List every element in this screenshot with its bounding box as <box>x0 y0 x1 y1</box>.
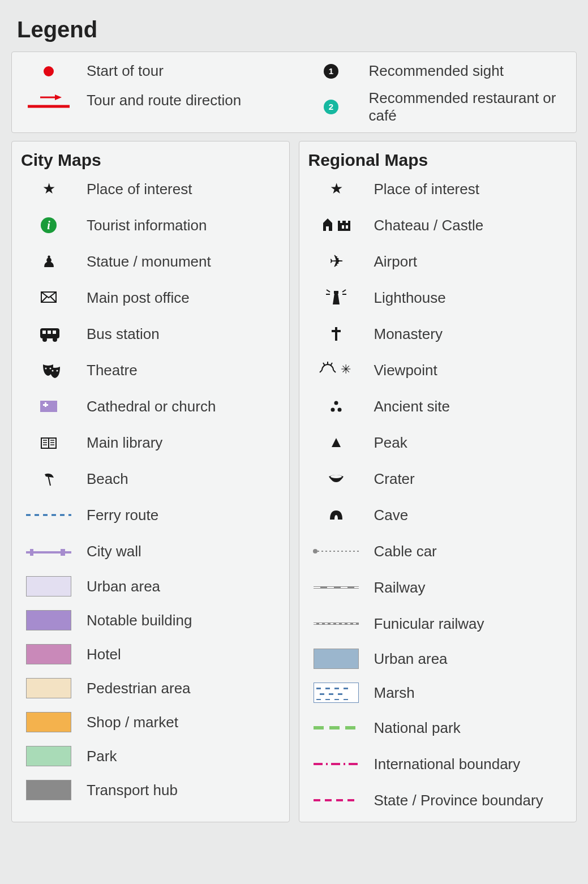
legend-row: National park <box>305 716 571 739</box>
svg-rect-25 <box>43 404 48 406</box>
legend-row: ✳Viewpoint <box>305 359 571 381</box>
svg-point-0 <box>44 66 54 76</box>
city-maps-heading: City Maps <box>21 151 280 170</box>
legend-label: Tourist information <box>87 217 207 234</box>
legend-row: Railway <box>305 576 571 599</box>
legend-row: Monastery <box>305 323 571 345</box>
natpark-icon <box>305 716 367 739</box>
legend-row: ♟Statue / monument <box>18 250 284 273</box>
num-teal-icon: 2 <box>300 96 362 118</box>
swatch <box>26 576 71 597</box>
intl-icon <box>305 753 367 775</box>
swatch <box>26 678 71 698</box>
swatch <box>26 780 71 800</box>
legend-row: Theatre <box>18 359 284 381</box>
svg-marker-62 <box>332 438 341 447</box>
svg-rect-16 <box>42 331 46 334</box>
legend-label: Hotel <box>87 646 121 663</box>
svg-text:♟: ♟ <box>42 253 56 271</box>
legend-label: Chateau / Castle <box>374 217 484 234</box>
legend-label: Recommended restaurant or café <box>369 89 571 125</box>
legend-label: Cable car <box>374 543 437 560</box>
notable-swatch <box>18 610 80 630</box>
shop-swatch <box>18 712 80 732</box>
library-icon <box>18 431 80 454</box>
ped-swatch <box>18 678 80 698</box>
legend-row: Cable car <box>305 540 571 563</box>
legend-label: Notable building <box>87 612 192 629</box>
svg-point-19 <box>45 368 47 370</box>
legend-row: Lighthouse <box>305 286 571 309</box>
legend-row: Marsh <box>305 683 571 703</box>
theatre-icon <box>18 359 80 381</box>
star-icon: ★ <box>18 178 80 200</box>
svg-text:2: 2 <box>328 102 333 111</box>
legend-row: Urban area <box>18 576 284 597</box>
legend-label: Ancient site <box>374 398 450 415</box>
legend-label: Railway <box>374 579 426 597</box>
church-icon <box>18 395 80 418</box>
monastery-icon <box>305 323 367 345</box>
swatch <box>26 644 71 664</box>
svg-point-60 <box>331 408 334 412</box>
legend-row: Transport hub <box>18 780 284 800</box>
legend-title: Legend <box>17 17 571 42</box>
svg-rect-23 <box>40 401 57 412</box>
legend-label: Main library <box>87 434 162 452</box>
svg-line-54 <box>323 363 325 366</box>
ferry-icon <box>18 504 80 526</box>
svg-point-61 <box>337 408 341 412</box>
legend-row: Cathedral or church <box>18 395 284 418</box>
svg-rect-41 <box>342 225 344 229</box>
legend-label: Viewpoint <box>374 362 437 379</box>
legend-label: Urban area <box>374 650 448 668</box>
legend-label: City wall <box>87 543 141 560</box>
state-icon <box>305 789 367 812</box>
svg-line-49 <box>342 290 346 292</box>
legend-label: Bus station <box>87 325 160 343</box>
legend-label: Place of interest <box>87 181 192 198</box>
legend-label: Funicular railway <box>374 615 484 633</box>
legend-label: Monastery <box>374 325 443 343</box>
legend-row: ✈Airport <box>305 250 571 273</box>
svg-marker-3 <box>55 95 62 100</box>
legend-label: Ferry route <box>87 507 158 524</box>
legend-label: Place of interest <box>374 181 479 198</box>
legend-label: Park <box>87 748 117 765</box>
svg-marker-39 <box>323 218 332 223</box>
legend-row: Ferry route <box>18 504 284 526</box>
legend-label: Pedestrian area <box>87 680 191 697</box>
svg-line-56 <box>331 363 332 366</box>
legend-row: City wall <box>18 540 284 563</box>
transport-swatch <box>18 780 80 800</box>
legend-row: ★Place of interest <box>18 178 284 200</box>
legend-label: Crater <box>374 470 415 488</box>
airport-icon: ✈ <box>305 250 367 273</box>
legend-row: State / Province boundary <box>305 789 571 812</box>
peak-icon <box>305 431 367 454</box>
marsh-swatch <box>305 683 367 703</box>
urban-city-swatch <box>18 576 80 597</box>
route-arrow-icon <box>18 89 80 112</box>
legend-row: Notable building <box>18 610 284 630</box>
legend-row: Ancient site <box>305 395 571 418</box>
legend-row: Main library <box>18 431 284 454</box>
legend-row: Crater <box>305 467 571 490</box>
svg-point-59 <box>334 401 338 405</box>
urban-reg-swatch <box>305 649 367 669</box>
svg-text:★: ★ <box>329 180 342 197</box>
legend-label: Urban area <box>87 578 160 595</box>
svg-rect-35 <box>30 549 33 556</box>
svg-point-14 <box>42 337 47 342</box>
svg-point-21 <box>52 370 54 372</box>
legend-label: Peak <box>374 434 407 452</box>
legend-label: Beach <box>87 470 128 488</box>
legend-label: Shop / market <box>87 714 178 731</box>
statue-icon: ♟ <box>18 250 80 273</box>
railway-icon <box>305 576 367 599</box>
swatch <box>26 712 71 732</box>
svg-text:✳: ✳ <box>341 362 351 376</box>
legend-row: Start of tour <box>18 60 289 83</box>
legend-row: Urban area <box>305 649 571 669</box>
legend-row: ★Place of interest <box>305 178 571 200</box>
